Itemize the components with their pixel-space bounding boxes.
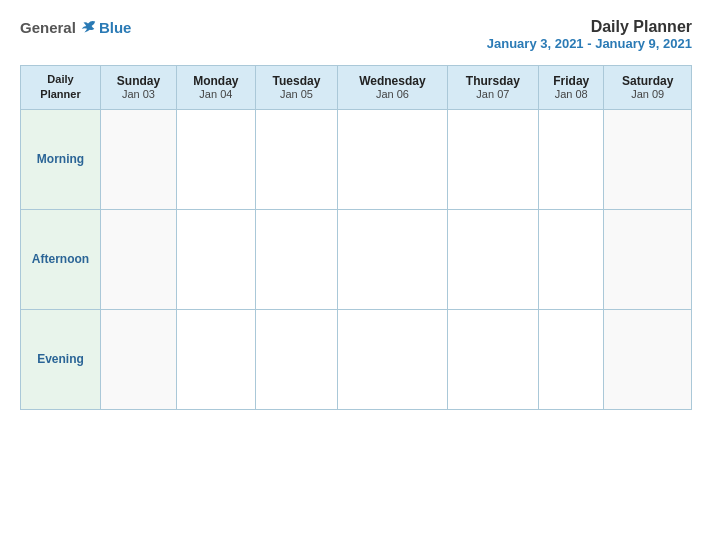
col-header-monday: Monday Jan 04 (176, 66, 255, 110)
wednesday-name: Wednesday (342, 74, 442, 88)
tuesday-name: Tuesday (260, 74, 333, 88)
morning-sunday[interactable] (101, 109, 177, 209)
evening-saturday[interactable] (604, 309, 692, 409)
bird-icon (79, 18, 97, 36)
col-header-sunday: Sunday Jan 03 (101, 66, 177, 110)
col-header-friday: Friday Jan 08 (539, 66, 604, 110)
afternoon-row: Afternoon (21, 209, 692, 309)
date-range: January 3, 2021 - January 9, 2021 (487, 36, 692, 51)
saturday-date: Jan 09 (608, 88, 687, 100)
morning-friday[interactable] (539, 109, 604, 209)
monday-date: Jan 04 (181, 88, 251, 100)
morning-wednesday[interactable] (338, 109, 447, 209)
logo-text: General Blue (20, 18, 131, 36)
evening-monday[interactable] (176, 309, 255, 409)
morning-label: Morning (21, 109, 101, 209)
title-area: Daily Planner January 3, 2021 - January … (487, 18, 692, 51)
sunday-name: Sunday (105, 74, 172, 88)
logo-area: General Blue (20, 18, 131, 36)
calendar-table: Daily Planner Sunday Jan 03 Monday Jan 0… (20, 65, 692, 410)
evening-wednesday[interactable] (338, 309, 447, 409)
afternoon-monday[interactable] (176, 209, 255, 309)
evening-row: Evening (21, 309, 692, 409)
saturday-name: Saturday (608, 74, 687, 88)
calendar-header-row: Daily Planner Sunday Jan 03 Monday Jan 0… (21, 66, 692, 110)
evening-friday[interactable] (539, 309, 604, 409)
evening-sunday[interactable] (101, 309, 177, 409)
morning-saturday[interactable] (604, 109, 692, 209)
afternoon-tuesday[interactable] (255, 209, 337, 309)
thursday-date: Jan 07 (452, 88, 534, 100)
morning-tuesday[interactable] (255, 109, 337, 209)
afternoon-thursday[interactable] (447, 209, 538, 309)
monday-name: Monday (181, 74, 251, 88)
col-header-saturday: Saturday Jan 09 (604, 66, 692, 110)
evening-label: Evening (21, 309, 101, 409)
morning-monday[interactable] (176, 109, 255, 209)
sunday-date: Jan 03 (105, 88, 172, 100)
daily-planner-header: Daily Planner (21, 66, 101, 110)
page-title: Daily Planner (487, 18, 692, 36)
afternoon-saturday[interactable] (604, 209, 692, 309)
morning-thursday[interactable] (447, 109, 538, 209)
col-header-tuesday: Tuesday Jan 05 (255, 66, 337, 110)
page-header: General Blue Daily Planner January 3, 20… (20, 18, 692, 51)
thursday-name: Thursday (452, 74, 534, 88)
friday-name: Friday (543, 74, 599, 88)
wednesday-date: Jan 06 (342, 88, 442, 100)
morning-row: Morning (21, 109, 692, 209)
friday-date: Jan 08 (543, 88, 599, 100)
tuesday-date: Jan 05 (260, 88, 333, 100)
logo-general: General (20, 19, 76, 36)
col-header-thursday: Thursday Jan 07 (447, 66, 538, 110)
col-header-wednesday: Wednesday Jan 06 (338, 66, 447, 110)
afternoon-friday[interactable] (539, 209, 604, 309)
logo-blue: Blue (99, 19, 132, 36)
afternoon-label: Afternoon (21, 209, 101, 309)
evening-tuesday[interactable] (255, 309, 337, 409)
afternoon-wednesday[interactable] (338, 209, 447, 309)
afternoon-sunday[interactable] (101, 209, 177, 309)
evening-thursday[interactable] (447, 309, 538, 409)
